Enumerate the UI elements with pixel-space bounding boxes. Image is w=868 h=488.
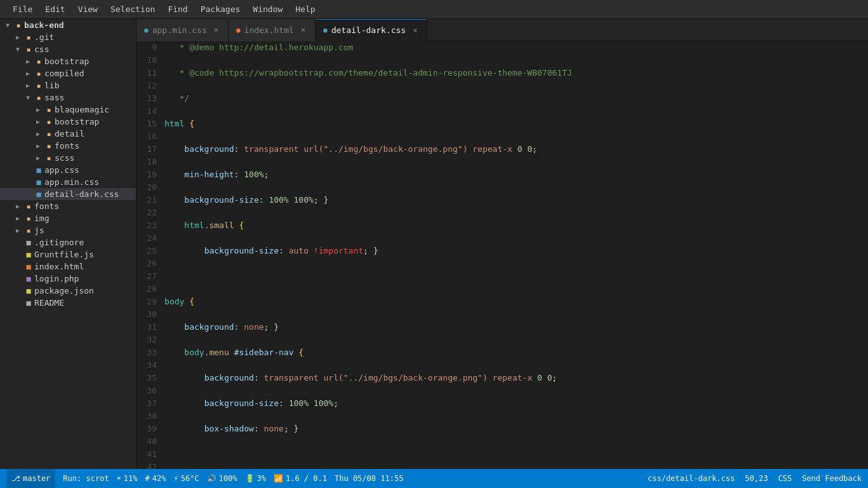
status-left: ⎇ master Run: scrot ☀ 11% # 42% ⚡ 56°C 🔊… [6, 469, 403, 488]
sidebar-item-blaquemagic[interactable]: ▶ ▪ blaquemagic [0, 104, 136, 116]
sidebar-label-gitignore: .gitignore [34, 238, 136, 247]
tab-detail-dark-css[interactable]: ● detail-dark.css × [316, 19, 427, 41]
sidebar-item-readme[interactable]: ▶ ■ README [0, 297, 136, 309]
ln-35: 35 [142, 372, 157, 384]
code-editor[interactable]: 9 10 11 12 13 14 15 16 17 18 19 20 21 22… [137, 41, 868, 469]
sidebar-label-blaquemagic: blaquemagic [55, 105, 136, 114]
ln-11: 11 [142, 67, 157, 79]
code-line-25 [164, 448, 855, 461]
sidebar-label-fonts: fonts [34, 201, 136, 211]
detail-arrow: ▶ [33, 130, 43, 137]
sidebar-item-detail[interactable]: ▶ ▪ detail [0, 128, 136, 140]
stat6-value: 1.6 / 0.1 [286, 474, 327, 483]
folder-icon: ▪ [13, 21, 24, 30]
tab-close-app-min-css[interactable]: × [212, 25, 220, 34]
status-stat5[interactable]: 🔋 3% [245, 474, 266, 483]
folder-icon-img: ▪ [23, 214, 34, 223]
sidebar-item-gruntfile[interactable]: ▶ ■ Gruntfile.js [0, 248, 136, 261]
sidebar-item-compiled[interactable]: ▶ ▪ compiled [0, 67, 136, 79]
sidebar-item-app-css[interactable]: ▶ ■ app.css [0, 164, 136, 176]
sidebar-root[interactable]: ▼ ▪ back-end [0, 19, 136, 31]
folder-icon-css: ▪ [23, 45, 34, 54]
status-stat2[interactable]: # 42% [145, 474, 166, 483]
feedback-button[interactable]: Send Feedback [802, 474, 862, 483]
tab-app-min-css[interactable]: ● app.min.css × [137, 19, 229, 41]
sidebar-item-package-json[interactable]: ▶ ■ package.json [0, 285, 136, 297]
sidebar-item-login-php[interactable]: ▶ ■ login.php [0, 273, 136, 285]
sidebar-root-arrow: ▼ [3, 22, 13, 29]
status-stat6[interactable]: 📶 1.6 / 0.1 [274, 474, 327, 483]
sidebar-label-compiled: compiled [44, 69, 136, 78]
menu-help[interactable]: Help [289, 2, 321, 17]
sidebar-item-detail-dark-css[interactable]: ▶ ■ detail-dark.css [0, 188, 136, 200]
sidebar-item-lib[interactable]: ▶ ▪ lib [0, 79, 136, 92]
tab-index-html[interactable]: ● index.html × [229, 19, 316, 41]
status-run[interactable]: Run: scrot [63, 474, 109, 483]
lib-arrow: ▶ [23, 82, 33, 89]
ln-23: 23 [142, 219, 157, 232]
tab-close-detail-dark-css[interactable]: × [411, 26, 419, 35]
code-line-17: background-size: auto !important; } [164, 245, 855, 257]
sidebar-item-fonts-sass[interactable]: ▶ ▪ fonts [0, 140, 136, 152]
code-content[interactable]: * @demo http://detail.herokuapp.com * @c… [164, 41, 868, 469]
ln-18: 18 [142, 156, 157, 168]
menu-edit[interactable]: Edit [39, 2, 71, 17]
sidebar-label-bootstrap2: bootstrap [55, 117, 136, 126]
sidebar-label-detail: detail [55, 129, 136, 139]
code-line-19: body { [164, 295, 855, 308]
file-icon-detail-dark-css: ■ [33, 190, 44, 199]
menu-view[interactable]: View [72, 2, 104, 17]
ln-24: 24 [142, 232, 157, 245]
tab-close-index-html[interactable]: × [299, 25, 307, 34]
ln-10: 10 [142, 54, 157, 67]
menu-find[interactable]: Find [161, 2, 194, 17]
menu-selection[interactable]: Selection [104, 2, 161, 17]
status-path[interactable]: css/detail-dark.css [648, 474, 735, 483]
menu-packages[interactable]: Packages [194, 2, 247, 17]
path-label: css/detail-dark.css [648, 474, 735, 483]
ln-39: 39 [142, 423, 157, 435]
code-line-22: background: transparent url("../img/bgs/… [164, 372, 855, 384]
status-stat1[interactable]: ☀ 11% [117, 474, 138, 483]
sidebar-item-scss[interactable]: ▶ ▪ scss [0, 152, 136, 164]
tab-label-index-html: index.html [244, 25, 294, 35]
folder-icon-fonts-sass: ▪ [43, 142, 55, 151]
stat5-value: 3% [257, 474, 266, 483]
status-stat3[interactable]: ⚡ 56°C [173, 474, 199, 483]
folder-icon-compiled: ▪ [33, 69, 44, 78]
ln-27: 27 [142, 270, 157, 283]
sidebar-item-gitignore[interactable]: ▶ ■ .gitignore [0, 236, 136, 248]
stat1-value: 11% [124, 474, 138, 483]
status-stat4[interactable]: 🔊 100% [207, 474, 237, 483]
js-arrow: ▶ [13, 227, 23, 234]
sidebar-label-lib: lib [44, 81, 136, 90]
sidebar-label-git: .git [34, 32, 136, 42]
menu-file[interactable]: File [6, 2, 39, 17]
sidebar-item-index-html[interactable]: ▶ ■ index.html [0, 261, 136, 273]
sidebar-item-css[interactable]: ▼ ▪ css [0, 43, 136, 55]
sidebar-item-app-min-css[interactable]: ▶ ■ app.min.css [0, 176, 136, 188]
menu-bar: File Edit View Selection Find Packages W… [0, 0, 868, 19]
ln-34: 34 [142, 359, 157, 372]
folder-icon-git: ▪ [23, 33, 34, 42]
menu-window[interactable]: Window [246, 2, 289, 17]
ln-14: 14 [142, 105, 157, 118]
ln-28: 28 [142, 283, 157, 295]
sidebar-item-fonts[interactable]: ▶ ▪ fonts [0, 200, 136, 212]
sidebar-label-app-min-css: app.min.css [44, 177, 136, 187]
sidebar-item-js[interactable]: ▶ ▪ js [0, 224, 136, 236]
git-branch[interactable]: ⎇ master [6, 469, 55, 488]
sidebar-item-git[interactable]: ▶ ▪ .git [0, 31, 136, 43]
sidebar-item-sass[interactable]: ▼ ▪ sass [0, 92, 136, 104]
stat1-icon: ☀ [117, 474, 121, 483]
sidebar-label-fonts-sass: fonts [55, 141, 136, 151]
sidebar-item-img[interactable]: ▶ ▪ img [0, 212, 136, 224]
file-icon-app-min-css: ■ [33, 178, 44, 187]
sidebar-item-bootstrap1[interactable]: ▶ ▪ bootstrap [0, 55, 136, 67]
sidebar-item-bootstrap2[interactable]: ▶ ▪ bootstrap [0, 116, 136, 128]
status-language[interactable]: CSS [778, 474, 792, 483]
ln-38: 38 [142, 410, 157, 423]
code-line-12: html { [164, 118, 855, 130]
sidebar-label-img: img [34, 214, 136, 223]
status-position[interactable]: 50,23 [745, 474, 768, 483]
